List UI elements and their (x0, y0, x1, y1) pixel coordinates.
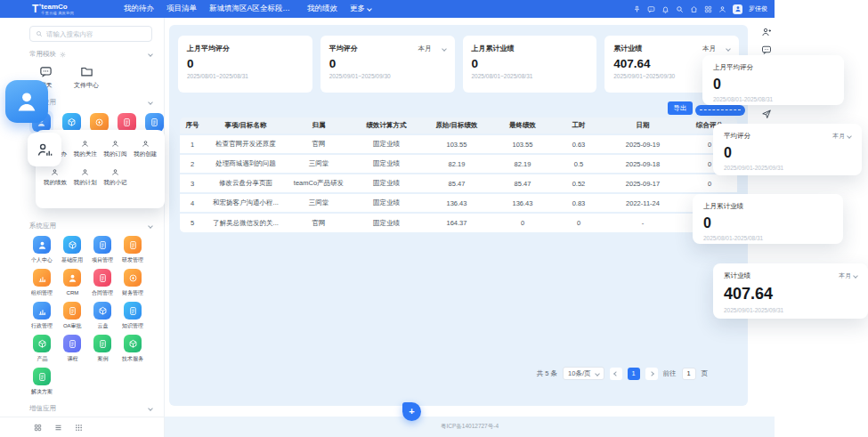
float-card-last-month-avg-score[interactable]: 上月平均评分 0 2025/08/01-2025/08/31 (702, 55, 844, 105)
recent-app-3[interactable] (90, 113, 109, 132)
performance-table: 序号 事项/目标名称 归属 绩效计算方式 原始/目标绩效 最终绩效 工时 日期 … (180, 117, 737, 232)
app-logo[interactable]: T+ teamCo 千里云端 高效协同 (32, 4, 74, 15)
user-avatar[interactable] (733, 4, 742, 14)
float-card-total-performance[interactable]: 累计业绩本月 407.64 2025/09/01-2025/09/31 (713, 263, 868, 319)
popup-my-subscribe[interactable]: 我的订阅 (101, 140, 131, 158)
chevron-down-icon[interactable] (726, 46, 731, 52)
section-addon-apps[interactable]: 增值应用 (29, 404, 152, 413)
dots-grid-view-icon[interactable] (75, 424, 83, 432)
float-card-avg-score[interactable]: 平均评分本月 0 2025/09/01-2025/09/31 (713, 124, 862, 175)
chevron-collapse-icon[interactable] (148, 223, 153, 229)
table-row[interactable]: 5了解吴总微信发的关...官网固定业绩164.3700-0 (180, 213, 737, 232)
popup-my-performance[interactable]: 我的绩效 (40, 168, 70, 187)
gear-icon[interactable] (60, 52, 66, 58)
recent-app-4[interactable] (118, 113, 136, 132)
stat-card-last-month-avg-score: 上月平均评分 0 2025/08/01~2025/08/31 (178, 36, 312, 93)
chat-icon (39, 65, 53, 78)
col-name: 事项/目标名称 (205, 117, 287, 134)
message-icon[interactable] (761, 45, 772, 55)
app-basic-apps[interactable]: 基础应用 (57, 236, 87, 264)
app-cloud-drive[interactable]: 云盘 (87, 302, 118, 330)
chevron-down-icon[interactable] (442, 46, 447, 52)
prev-page-button[interactable] (610, 368, 622, 380)
page-size-select[interactable]: 10条/页 (563, 367, 604, 380)
app-finance-mgmt[interactable]: 财务管理 (118, 269, 148, 297)
float-card-last-month-total[interactable]: 上月累计业绩 0 2025/08/01-2025/08/31 (693, 194, 843, 244)
app-admin-mgmt[interactable]: 行政管理 (27, 302, 57, 330)
icp-record: 粤ICP备14012727号-4 (441, 423, 499, 431)
period-select[interactable]: 本月 (839, 271, 857, 280)
app-crm[interactable]: CRM (57, 269, 87, 297)
app-tech-service[interactable]: 技术服务 (118, 335, 148, 363)
stat-value: 407.64 (724, 285, 857, 303)
menu-my-todo[interactable]: 我的待办 (124, 4, 154, 14)
bell-icon[interactable] (661, 5, 669, 13)
app-oa-approval[interactable]: OA审批 (57, 302, 87, 330)
popup-my-created[interactable]: 我的创建 (130, 140, 160, 158)
footer-strip: 粤ICP备14012727号-4 (165, 417, 775, 437)
sidebar-search[interactable] (29, 26, 152, 42)
popup-my-notes[interactable]: 我的小记 (101, 168, 131, 187)
search-icon[interactable] (676, 5, 684, 13)
menu-project-list[interactable]: 项目清单 (166, 4, 197, 14)
stat-date-range: 2025/08/01~2025/08/31 (187, 73, 304, 79)
app-personal-center[interactable]: 个人中心 (27, 236, 57, 264)
chevron-collapse-icon[interactable] (148, 100, 153, 105)
person-icon (111, 168, 119, 176)
pin-icon[interactable] (633, 5, 641, 13)
next-page-button[interactable] (645, 368, 658, 380)
popup-my-plan[interactable]: 我的计划 (70, 168, 101, 187)
apps-grid-icon[interactable] (704, 5, 712, 13)
app-course[interactable]: 课程 (57, 335, 87, 363)
table-row[interactable]: 1检查官网开发还原度官网固定业绩103.55103.550.632025-09-… (180, 134, 737, 154)
home-icon[interactable] (690, 5, 698, 13)
message-icon[interactable] (647, 5, 655, 13)
section-system-apps[interactable]: 系统应用 (29, 222, 152, 231)
app-solution[interactable]: 解决方案 (27, 368, 57, 396)
floating-performance-widget[interactable] (28, 133, 61, 166)
app-project-mgmt[interactable]: 项目管理 (87, 236, 118, 264)
table-row[interactable]: 4和宏扬客户沟通小程...三间堂固定业绩136.43136.430.832022… (180, 193, 737, 213)
app-case[interactable]: 案例 (87, 335, 118, 363)
app-knowledge-mgmt[interactable]: 知识管理 (118, 302, 148, 330)
search-input[interactable] (46, 30, 146, 38)
menu-my-performance[interactable]: 我的绩效 (307, 4, 337, 14)
drag-placeholder-button[interactable] (695, 105, 745, 116)
add-fab-button[interactable]: + (402, 402, 421, 421)
period-select[interactable]: 本月 (702, 45, 716, 53)
doc-icon (98, 339, 108, 349)
person-icon (142, 140, 150, 148)
floating-avatar-widget[interactable] (5, 80, 48, 123)
app-contract-mgmt[interactable]: 合同管理 (87, 269, 118, 297)
list-view-icon[interactable] (54, 424, 62, 432)
grid-view-icon[interactable] (34, 424, 42, 432)
chevron-down-icon (595, 371, 600, 376)
recent-app-2[interactable] (62, 113, 81, 132)
chevron-collapse-icon[interactable] (148, 52, 153, 57)
user-name[interactable]: 罗佳俊 (749, 4, 767, 13)
popup-my-follow[interactable]: 我的关注 (70, 140, 101, 158)
module-file-center[interactable]: 文件中心 (74, 65, 99, 90)
table-row[interactable]: 3修改云盘分享页面teamCo产品研发固定业绩85.4785.470.52202… (180, 174, 737, 193)
recent-app-5[interactable] (145, 113, 164, 132)
app-product[interactable]: 产品 (27, 335, 57, 363)
circle-icon (128, 273, 138, 283)
table-row[interactable]: 2处理商城遇到的问题三间堂固定业绩82.1982.190.52025-09-18… (180, 154, 737, 174)
contacts-icon[interactable] (718, 5, 726, 13)
page-1-button[interactable]: 1 (628, 368, 640, 380)
doc-icon (68, 339, 77, 349)
chevron-collapse-icon[interactable] (148, 406, 153, 411)
menu-project-name[interactable]: 新城填海区A区全标段共同管道建造工... (209, 4, 295, 14)
app-rd-mgmt[interactable]: 研发管理 (118, 236, 148, 264)
menu-more[interactable]: 更多 (350, 4, 371, 14)
period-select[interactable]: 本月 (832, 132, 851, 141)
goto-page-input[interactable] (682, 368, 696, 380)
person-add-icon[interactable] (761, 27, 772, 37)
export-button[interactable]: 导出 (668, 101, 693, 115)
share-icon[interactable] (761, 109, 772, 119)
top-menu: 我的待办 项目清单 新城填海区A区全标段共同管道建造工... 我的绩效 更多 (124, 4, 371, 14)
app-org-mgmt[interactable]: 组织管理 (27, 269, 57, 297)
period-select[interactable]: 本月 (418, 45, 432, 53)
section-common-modules[interactable]: 常用模块 (29, 50, 152, 59)
chevron-down-icon (853, 273, 858, 279)
